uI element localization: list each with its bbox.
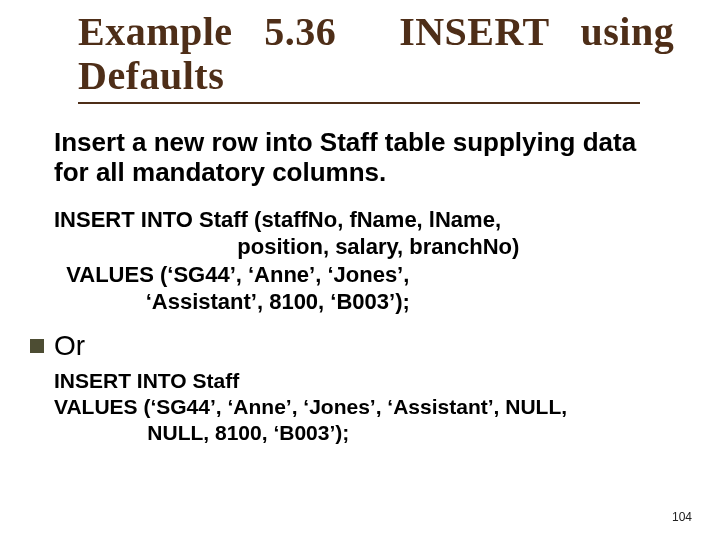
slide-title: Example 5.36 INSERT using Defaults (78, 10, 638, 98)
or-row: Or (30, 330, 674, 362)
title-number: 5.36 (264, 9, 336, 54)
page-number: 104 (672, 510, 692, 524)
slide-title-block: Example 5.36 INSERT using Defaults (78, 10, 638, 104)
sql-code-block-2: INSERT INTO Staff VALUES (‘SG44’, ‘Anne’… (54, 368, 674, 447)
lead-paragraph: Insert a new row into Staff table supply… (54, 128, 674, 188)
title-word-using: using (580, 9, 674, 54)
or-label: Or (54, 330, 85, 362)
sql-code-block-1: INSERT INTO Staff (staffNo, fName, lName… (54, 206, 674, 316)
title-word-example: Example (78, 9, 233, 54)
title-word-defaults: Defaults (78, 53, 224, 98)
square-bullet-icon (30, 339, 44, 353)
title-underline (78, 102, 640, 104)
slide-body: Insert a new row into Staff table supply… (54, 128, 674, 447)
slide: Example 5.36 INSERT using Defaults Inser… (0, 0, 720, 540)
title-word-insert: INSERT (399, 9, 549, 54)
